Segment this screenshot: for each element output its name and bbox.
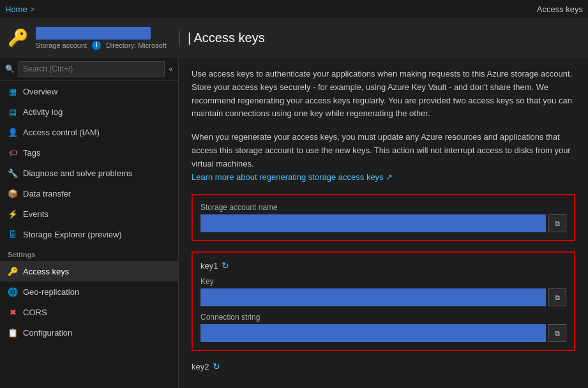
activity-log-label: Activity log [23,107,63,117]
configuration-label: Configuration [23,328,72,338]
sidebar: 🔍 « ▦ Overview ▤ Activity log 👤 Access c… [0,57,179,388]
key2-refresh-icon[interactable]: ↻ [213,361,220,371]
configuration-icon: 📋 [8,327,18,338]
info-icon: i [92,41,101,50]
sidebar-item-events[interactable]: ⚡ Events [0,204,178,224]
cors-label: CORS [23,308,47,317]
breadcrumb: Home > [5,4,34,14]
sidebar-item-access-keys[interactable]: 🔑 Access keys [0,261,178,281]
main-layout: 🔍 « ▦ Overview ▤ Activity log 👤 Access c… [0,57,588,388]
storage-account-label: Storage account [36,41,87,49]
tags-label: Tags [23,148,40,158]
storage-account-section: Storage account name ⧉ [192,194,575,241]
storage-explorer-label: Storage Explorer (preview) [23,230,122,239]
learn-more-link[interactable]: Learn more about regenerating storage ac… [192,172,393,182]
key1-refresh-icon[interactable]: ↻ [222,260,229,271]
sidebar-item-storage-explorer[interactable]: 🗄 Storage Explorer (preview) [0,224,178,244]
sidebar-item-cors[interactable]: ✖ CORS [0,302,178,322]
data-transfer-icon: 📦 [8,188,18,198]
search-box: 🔍 « [0,57,178,81]
sidebar-item-data-transfer[interactable]: 📦 Data transfer [0,183,178,204]
breadcrumb-separator: > [30,4,35,14]
key1-section: key1 ↻ Key ⧉ Connection string ⧉ [192,251,575,351]
key1-key-input[interactable] [200,288,546,306]
cors-icon: ✖ [8,307,18,317]
events-icon: ⚡ [8,209,18,219]
copy-connection-string-button[interactable]: ⧉ [548,324,566,342]
copy-storage-name-button[interactable]: ⧉ [548,214,566,232]
description-p1: Use access keys to authenticate your app… [192,68,575,121]
geo-replication-label: Geo-replication [23,287,79,297]
sidebar-nav: ▦ Overview ▤ Activity log 👤 Access contr… [0,81,178,388]
storage-account-name-row: ⧉ [200,214,566,232]
home-link[interactable]: Home [5,4,27,14]
main-content: Use access keys to authenticate your app… [179,57,588,388]
activity-log-icon: ▤ [8,107,18,117]
connection-string-row: ⧉ [200,324,566,342]
key-icon: 🔑 [8,28,28,48]
events-label: Events [23,209,49,219]
sidebar-item-configuration[interactable]: 📋 Configuration [0,322,178,343]
storage-account-name-label: Storage account name [200,203,566,212]
key1-key-row: ⧉ [200,288,566,306]
key1-key-label: Key [200,277,566,286]
sidebar-item-activity-log[interactable]: ▤ Activity log [0,101,178,122]
diagnose-icon: 🔧 [8,168,18,178]
overview-label: Overview [23,87,57,96]
top-bar: Home > Access keys [0,0,588,19]
sidebar-item-access-control[interactable]: 👤 Access control (IAM) [0,122,178,142]
account-name-bar [36,27,151,40]
page-header: 🔑 Storage account i Directory: Microsoft… [0,19,588,57]
settings-section-header: Settings [0,244,178,261]
tags-icon: 🏷 [8,147,18,158]
sidebar-item-geo-replication[interactable]: 🌐 Geo-replication [0,281,178,302]
header-sub: Storage account i Directory: Microsoft [36,41,167,50]
connection-string-input[interactable] [200,324,546,342]
search-input[interactable] [19,61,165,77]
header-info: Storage account i Directory: Microsoft [36,27,167,50]
key2-header: key2 ↻ [192,361,575,371]
directory-label: Directory: Microsoft [106,41,167,49]
access-control-icon: 👤 [8,127,18,137]
collapse-button[interactable]: « [169,64,173,73]
page-title: | Access keys [179,31,265,45]
connection-string-label: Connection string [200,313,566,322]
key2-label: key2 [192,362,209,371]
access-keys-label: Access keys [23,267,69,276]
sidebar-item-overview[interactable]: ▦ Overview [0,81,178,101]
data-transfer-label: Data transfer [23,189,71,198]
sidebar-item-diagnose[interactable]: 🔧 Diagnose and solve problems [0,163,178,183]
search-icon: 🔍 [5,64,15,73]
geo-replication-icon: 🌐 [8,287,18,297]
sidebar-item-tags[interactable]: 🏷 Tags [0,142,178,163]
key1-label: key1 [200,261,218,271]
storage-explorer-icon: 🗄 [8,229,18,239]
top-bar-page-title: Access keys [537,4,583,14]
diagnose-label: Diagnose and solve problems [23,168,132,178]
access-control-label: Access control (IAM) [23,128,100,137]
access-keys-icon: 🔑 [8,266,18,276]
key1-header: key1 ↻ [200,260,566,271]
overview-icon: ▦ [8,86,18,96]
copy-key1-button[interactable]: ⧉ [548,288,566,306]
storage-account-name-input[interactable] [200,214,546,232]
description-p2: When you regenerate your access keys, yo… [192,131,575,184]
